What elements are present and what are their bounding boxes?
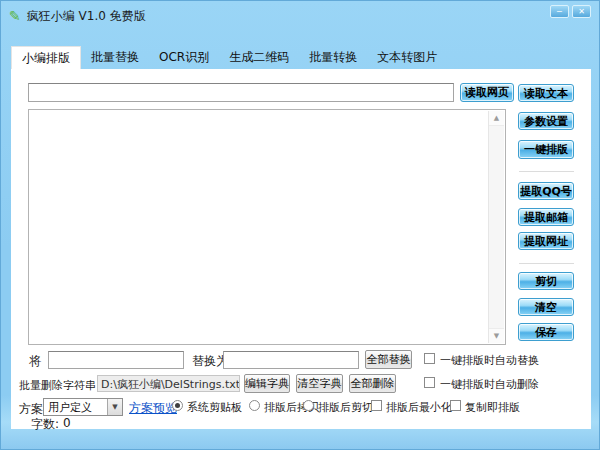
extract-email-button[interactable]: 提取邮箱 <box>518 208 574 226</box>
tab-ocr[interactable]: OCR识别 <box>149 46 219 69</box>
radio-copy-after-typeset[interactable] <box>249 400 260 411</box>
one-key-typeset-button[interactable]: 一键排版 <box>518 140 574 159</box>
extract-url-button[interactable]: 提取网址 <box>518 232 574 250</box>
find-input[interactable] <box>48 351 184 369</box>
cut-button[interactable]: 剪切 <box>518 272 574 290</box>
radio-cut-after-typeset-label: 排版后剪切 <box>318 400 373 415</box>
window-title: 疯狂小编 V1.0 免费版 <box>27 8 146 25</box>
minimize-after-typeset-label: 排版后最小化 <box>386 400 452 415</box>
batch-delete-label: 批量删除字符串 <box>19 378 96 393</box>
app-window: ✎ 疯狂小编 V1.0 免费版 ─ ✕ 小编排版 批量替换 OCR识别 生成二维… <box>0 0 600 450</box>
titlebar: ✎ 疯狂小编 V1.0 免费版 ─ ✕ <box>1 1 599 31</box>
radio-cut-after-typeset[interactable] <box>303 400 314 411</box>
read-text-button[interactable]: 读取文本 <box>518 84 574 102</box>
auto-replace-label: 一键排版时自动替换 <box>440 353 539 368</box>
word-count-label: 字数: <box>31 416 59 433</box>
tab-batch-replace[interactable]: 批量替换 <box>81 46 149 69</box>
minimize-after-typeset-checkbox[interactable] <box>371 400 382 411</box>
tab-bar: 小编排版 批量替换 OCR识别 生成二维码 批量转换 文本转图片 <box>11 46 447 69</box>
delete-strings-path: D:\疯狂小编\DelStrings.txt <box>97 375 240 392</box>
scroll-down-icon: ▼ <box>494 332 499 340</box>
scroll-down-button[interactable]: ▼ <box>489 328 504 343</box>
scheme-preview-link[interactable]: 方案预览 <box>129 400 177 417</box>
sidebar-separator <box>519 263 574 264</box>
tab-batch-convert[interactable]: 批量转换 <box>299 46 367 69</box>
tab-typeset[interactable]: 小编排版 <box>11 46 81 69</box>
auto-delete-label: 一键排版时自动删除 <box>440 377 539 392</box>
chevron-down-icon: ▼ <box>107 399 122 415</box>
scheme-selected-value: 用户定义 <box>44 400 107 415</box>
typeset-on-copy-checkbox[interactable] <box>450 400 461 411</box>
typeset-on-copy-label: 复制即排版 <box>465 400 520 415</box>
save-button[interactable]: 保存 <box>518 323 574 341</box>
radio-system-clipboard-label: 系统剪贴板 <box>187 400 242 415</box>
settings-button[interactable]: 参数设置 <box>518 112 574 130</box>
scroll-up-button[interactable]: ▲ <box>489 111 504 126</box>
read-webpage-button[interactable]: 读取网页 <box>460 83 514 102</box>
auto-replace-checkbox[interactable] <box>424 353 435 364</box>
url-input[interactable] <box>28 83 454 102</box>
tab-text-to-image[interactable]: 文本转图片 <box>367 46 447 69</box>
minimize-button[interactable]: ─ <box>550 5 569 18</box>
radio-system-clipboard[interactable] <box>172 400 183 411</box>
replace-all-button[interactable]: 全部替换 <box>365 350 412 369</box>
sidebar-separator <box>519 171 574 172</box>
auto-delete-checkbox[interactable] <box>424 377 435 388</box>
editor-textarea[interactable]: ▲ ▼ <box>28 109 506 345</box>
clear-button[interactable]: 清空 <box>518 298 574 316</box>
tab-qrcode[interactable]: 生成二维码 <box>219 46 299 69</box>
edit-dictionary-button[interactable]: 编辑字典 <box>244 374 290 393</box>
delete-all-button[interactable]: 全部删除 <box>349 374 396 393</box>
replace-input[interactable] <box>223 351 359 369</box>
scroll-up-icon: ▲ <box>494 114 499 122</box>
close-icon: ✕ <box>578 7 585 17</box>
vertical-scrollbar[interactable]: ▲ ▼ <box>488 111 504 343</box>
word-count-value: 0 <box>63 416 71 430</box>
replace-prefix-label: 将 <box>29 353 41 370</box>
window-controls: ─ ✕ <box>550 5 591 18</box>
pencil-icon: ✎ <box>9 8 21 24</box>
minimize-icon: ─ <box>557 7 562 17</box>
close-button[interactable]: ✕ <box>572 5 591 18</box>
clear-dictionary-button[interactable]: 清空字典 <box>296 374 343 393</box>
extract-qq-button[interactable]: 提取QQ号 <box>518 182 574 200</box>
scheme-dropdown[interactable]: 用户定义 ▼ <box>43 398 123 416</box>
